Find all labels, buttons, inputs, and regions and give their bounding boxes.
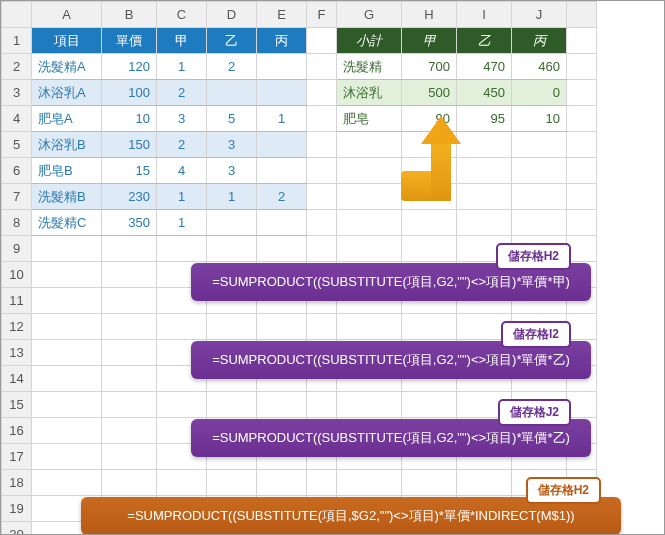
cell[interactable] [402,392,457,418]
cell[interactable] [257,132,307,158]
cell[interactable] [207,210,257,236]
cell[interactable]: 3 [207,132,257,158]
cell[interactable] [307,314,337,340]
cell[interactable] [102,470,157,496]
row-header[interactable]: 16 [2,418,32,444]
cell[interactable]: 洗髮精A [32,54,102,80]
cell[interactable] [32,366,102,392]
cell[interactable] [257,80,307,106]
cell[interactable]: 150 [102,132,157,158]
cell[interactable] [32,444,102,470]
cell[interactable] [567,132,597,158]
cell[interactable]: 0 [512,80,567,106]
cell[interactable]: 1 [257,106,307,132]
cell[interactable] [567,210,597,236]
cell[interactable] [402,236,457,262]
cell[interactable] [337,314,402,340]
cell[interactable]: 470 [457,54,512,80]
cell[interactable] [307,210,337,236]
cell[interactable] [402,470,457,496]
row-header[interactable]: 10 [2,262,32,288]
cell[interactable]: 450 [457,80,512,106]
row-header[interactable]: 7 [2,184,32,210]
col-header[interactable] [567,2,597,28]
cell[interactable] [32,288,102,314]
cell[interactable] [307,158,337,184]
col-header[interactable]: G [337,2,402,28]
cell[interactable]: 肥皂 [337,106,402,132]
cell[interactable] [567,54,597,80]
cell[interactable]: 甲 [157,28,207,54]
cell[interactable] [307,236,337,262]
row-header[interactable]: 4 [2,106,32,132]
col-header[interactable]: J [512,2,567,28]
col-header[interactable]: D [207,2,257,28]
col-header[interactable]: H [402,2,457,28]
cell[interactable]: 10 [102,106,157,132]
col-header[interactable]: I [457,2,512,28]
cell[interactable] [207,80,257,106]
cell[interactable] [257,236,307,262]
cell[interactable] [567,314,597,340]
row-header[interactable]: 11 [2,288,32,314]
cell[interactable]: 1 [157,210,207,236]
cell[interactable] [102,418,157,444]
col-header[interactable]: E [257,2,307,28]
row-header[interactable]: 17 [2,444,32,470]
cell[interactable]: 項目 [32,28,102,54]
cell[interactable] [207,392,257,418]
cell[interactable] [337,132,402,158]
cell[interactable]: 肥皂B [32,158,102,184]
row-header[interactable]: 3 [2,80,32,106]
cell[interactable]: 1 [157,54,207,80]
cell[interactable]: 單價 [102,28,157,54]
col-header[interactable]: F [307,2,337,28]
cell[interactable] [337,392,402,418]
cell[interactable] [337,470,402,496]
cell[interactable] [307,184,337,210]
cell[interactable]: 丙 [512,28,567,54]
row-header[interactable]: 12 [2,314,32,340]
cell[interactable] [307,106,337,132]
row-header[interactable]: 18 [2,470,32,496]
cell[interactable] [512,210,567,236]
cell[interactable]: 洗髮精C [32,210,102,236]
cell[interactable]: 沐浴乳 [337,80,402,106]
cell[interactable] [102,236,157,262]
cell[interactable]: 1 [207,184,257,210]
cell[interactable]: 甲 [402,28,457,54]
cell[interactable]: 乙 [457,28,512,54]
col-header[interactable]: B [102,2,157,28]
cell[interactable] [402,210,457,236]
cell[interactable] [337,158,402,184]
cell[interactable] [512,184,567,210]
cell[interactable] [102,392,157,418]
row-header[interactable]: 15 [2,392,32,418]
cell[interactable] [32,314,102,340]
cell[interactable] [567,158,597,184]
cell[interactable] [32,418,102,444]
row-header[interactable]: 8 [2,210,32,236]
cell[interactable] [257,470,307,496]
cell[interactable] [567,392,597,418]
cell[interactable]: 10 [512,106,567,132]
cell[interactable] [102,314,157,340]
cell[interactable]: 460 [512,54,567,80]
cell[interactable] [402,314,457,340]
cell[interactable] [32,340,102,366]
cell[interactable] [307,28,337,54]
cell[interactable] [157,470,207,496]
row-header[interactable]: 14 [2,366,32,392]
cell[interactable] [32,392,102,418]
cell[interactable] [457,210,512,236]
cell[interactable] [257,210,307,236]
cell[interactable]: 120 [102,54,157,80]
cell[interactable] [567,236,597,262]
cell[interactable]: 2 [157,132,207,158]
cell[interactable] [567,106,597,132]
cell[interactable] [102,444,157,470]
cell[interactable]: 乙 [207,28,257,54]
cell[interactable]: 丙 [257,28,307,54]
cell[interactable] [257,158,307,184]
row-header[interactable]: 1 [2,28,32,54]
